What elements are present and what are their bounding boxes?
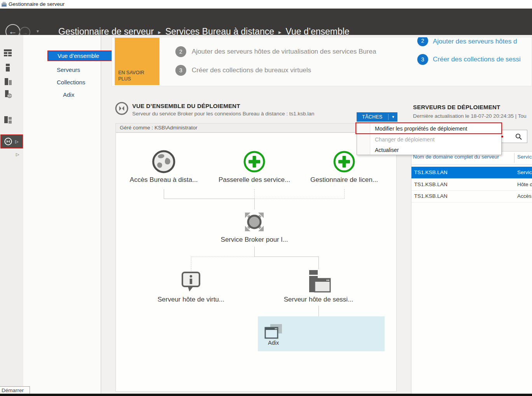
web-server-globe-icon[interactable] bbox=[3, 89, 12, 99]
managed-as-text: Géré comme : KSB\Administrator bbox=[120, 125, 198, 131]
link-step-3-badge: 3 bbox=[417, 54, 428, 65]
server-row[interactable]: TS1.KSB.LAN Accès bbox=[411, 190, 532, 202]
taskbar-edge bbox=[0, 394, 532, 396]
step-3-text: Créer des collections de bureaux virtuel… bbox=[192, 66, 404, 74]
expand-arrow-icon[interactable]: ▷ bbox=[16, 152, 19, 157]
server-row-selected[interactable]: TS1.KSB.LAN Servic bbox=[411, 167, 532, 178]
column-divider[interactable] bbox=[514, 153, 514, 163]
connector-line bbox=[318, 256, 319, 269]
deployment-diagram: Accès Bureau à dista... Passerelle des s… bbox=[116, 133, 397, 392]
connector-line-dashed bbox=[191, 256, 192, 271]
deployment-overview-icon bbox=[114, 101, 129, 116]
connector-line bbox=[254, 247, 255, 256]
connection-broker-icon[interactable] bbox=[242, 209, 267, 234]
rd-licensing-add-icon[interactable] bbox=[332, 150, 356, 173]
local-server-icon[interactable] bbox=[3, 63, 12, 72]
connector-line bbox=[254, 199, 255, 209]
step-2-badge: 2 bbox=[175, 46, 186, 57]
quickstart-panel: EN SAVOIR PLUS virtuel 2 Ajouter des ser… bbox=[112, 37, 532, 86]
row-separator bbox=[411, 202, 532, 202]
connector-line bbox=[318, 306, 319, 316]
deployment-section-title: VUE D’ENSEMBLE DU DÉPLOIEMENT bbox=[132, 103, 240, 109]
virtualization-host-info-icon[interactable] bbox=[180, 271, 202, 293]
connector-line-dashed bbox=[344, 189, 345, 199]
tasks-button-divider bbox=[388, 114, 388, 120]
menu-item-change-deployment: Changer de déploiement bbox=[375, 136, 434, 143]
rd-gateway-add-icon[interactable] bbox=[243, 150, 266, 173]
link-step-2[interactable]: Ajouter des serveurs hôtes d bbox=[433, 38, 532, 45]
link-step-2-badge: 2 bbox=[417, 37, 428, 46]
server-row[interactable]: TS1.KSB.LAN Hôte d bbox=[411, 179, 532, 190]
collection-windows-icon bbox=[264, 323, 284, 340]
connector-line-dashed bbox=[254, 189, 255, 199]
rail-item-remote-desktop-services-selected[interactable]: ▷ bbox=[0, 134, 23, 148]
node-label-web-access[interactable]: Accès Bureau à dista... bbox=[121, 176, 206, 184]
search-icon[interactable] bbox=[515, 133, 522, 140]
remote-desktop-services-icon bbox=[4, 137, 12, 146]
node-label-broker[interactable]: Service Broker pour l... bbox=[212, 236, 297, 244]
learn-more-tile[interactable]: EN SAVOIR PLUS bbox=[115, 38, 159, 85]
window-title-bar[interactable]: Gestionnaire de serveur bbox=[0, 0, 532, 9]
forward-arrow-icon: → bbox=[22, 29, 28, 36]
dashboard-icon[interactable] bbox=[3, 48, 12, 58]
node-label-gateway[interactable]: Passerelle des service... bbox=[212, 176, 297, 184]
navigation-bar: ← → ▼ Gestionnaire de serveur ▸ Services… bbox=[0, 9, 532, 35]
rd-web-access-globe-icon[interactable] bbox=[151, 149, 176, 174]
annotation-rectangle-menu-item bbox=[355, 122, 502, 134]
menu-item-refresh[interactable]: Actualiser bbox=[375, 147, 399, 153]
node-label-virtualization-host[interactable]: Serveur hôte de virtu... bbox=[148, 296, 234, 304]
clipped-step-text: virtuel bbox=[177, 37, 196, 39]
session-host-server-icon[interactable] bbox=[307, 269, 331, 294]
servers-refresh-text: Dernière actualisation le 18-07-20 20:24… bbox=[413, 113, 532, 119]
server-manager-app-icon bbox=[1, 2, 7, 7]
tasks-caret-icon: ▼ bbox=[392, 115, 395, 119]
window-title: Gestionnaire de serveur bbox=[9, 1, 65, 7]
tasks-button[interactable]: TÂCHES ▼ bbox=[357, 112, 397, 122]
all-servers-icon[interactable] bbox=[3, 77, 12, 86]
start-button-tooltip[interactable]: Démarrer bbox=[0, 386, 30, 394]
connector-line bbox=[254, 256, 318, 257]
expand-arrow-icon[interactable]: ▷ bbox=[15, 140, 18, 144]
breadcrumb-separator-icon: ▸ bbox=[278, 29, 282, 36]
servers-section-title: SERVEURS DE DÉPLOIEMENT bbox=[413, 104, 532, 110]
sidebar-item-collection-adix[interactable]: Adix bbox=[47, 89, 124, 100]
collection-label: Adix bbox=[268, 340, 279, 346]
rds-sidebar: Vue d’ensemble Serveurs Collections Adix bbox=[23, 35, 101, 394]
connector-line-dotted bbox=[191, 256, 254, 257]
deployment-section-subtitle: Serveur du service Broker pour les conne… bbox=[132, 111, 314, 117]
server-manager-window: { "window": { "title": "Gestionnaire de … bbox=[0, 0, 532, 396]
learn-more-label: EN SAVOIR PLUS bbox=[118, 70, 149, 82]
link-step-3[interactable]: Créer des collections de sessi bbox=[433, 56, 532, 63]
history-dropdown-caret-icon[interactable]: ▼ bbox=[36, 29, 40, 33]
navigation-rail: ▷ ▷ bbox=[0, 35, 24, 394]
column-header-service[interactable]: Servic bbox=[517, 154, 532, 160]
collection-adix-node[interactable]: Adix bbox=[258, 316, 385, 351]
node-label-licensing[interactable]: Gestionnaire de licen... bbox=[301, 176, 387, 184]
managed-as-bar: Géré comme : KSB\Administrator bbox=[116, 123, 397, 133]
breadcrumb-separator-icon: ▸ bbox=[158, 29, 161, 36]
connector-line bbox=[164, 199, 254, 199]
connector-line-dotted bbox=[254, 199, 344, 199]
header-underline bbox=[411, 164, 532, 165]
step-3-badge: 3 bbox=[175, 65, 186, 76]
step-2-text: Ajouter des serveurs hôtes de virtualisa… bbox=[192, 48, 404, 56]
file-storage-services-icon[interactable] bbox=[3, 115, 12, 124]
node-label-session-host[interactable]: Serveur hôte de sessi... bbox=[276, 296, 361, 304]
annotation-dot bbox=[501, 136, 503, 138]
connector-line bbox=[164, 189, 164, 199]
